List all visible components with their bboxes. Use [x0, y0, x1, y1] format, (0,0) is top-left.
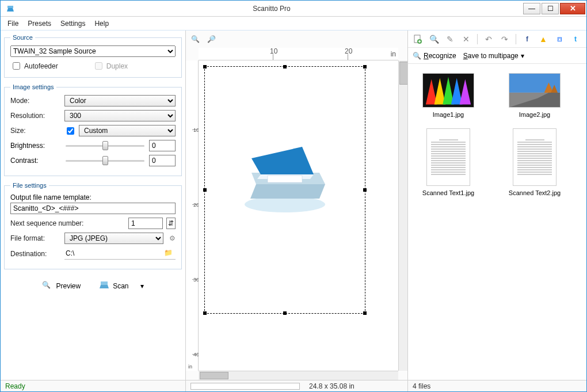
thumbnail-image [422, 73, 474, 108]
maximize-button[interactable]: ☐ [542, 3, 559, 14]
sequence-input[interactable] [128, 218, 163, 229]
source-group: Source TWAIN_32 Sample Source Autofeeder… [4, 34, 182, 78]
svg-point-4 [245, 196, 325, 212]
status-file-count: 4 files [408, 382, 586, 390]
contrast-value[interactable] [149, 155, 176, 166]
svg-marker-0 [7, 8, 14, 12]
thumbnail-image [426, 128, 470, 186]
source-select[interactable]: TWAIN_32 Sample Source [10, 45, 176, 57]
status-dimensions: 24.8 x 35.08 in [304, 382, 359, 390]
source-legend: Source [10, 34, 35, 41]
save-multipage-button[interactable]: Save to multipage ▾ [463, 52, 524, 60]
edit-page-icon[interactable]: ✎ [445, 34, 455, 44]
scanner-placeholder-image [233, 118, 337, 222]
thumbnail-image [513, 128, 556, 186]
scrollbar-vertical[interactable] [398, 60, 407, 371]
redo-icon[interactable]: ↷ [500, 34, 510, 44]
scanner-icon [99, 281, 109, 291]
thumbnail-item[interactable]: Image1.jpg [414, 73, 483, 118]
google-drive-icon[interactable]: ▲ [538, 34, 548, 44]
facebook-icon[interactable]: f [522, 34, 532, 44]
resolution-label: Resolution: [10, 112, 61, 120]
zoom-out-icon[interactable]: 🔎 [207, 35, 216, 44]
destination-label: Destination: [10, 250, 61, 258]
thumbnail-caption: Scanned Text1.jpg [422, 189, 474, 196]
mode-label: Mode: [10, 97, 61, 105]
format-select[interactable]: JPG (JPEG) [64, 233, 163, 244]
minimize-button[interactable]: — [523, 3, 540, 14]
contrast-label: Contrast: [10, 157, 61, 165]
magnifier-icon: 🔍 [42, 281, 52, 291]
zoom-in-icon[interactable]: 🔍 [190, 35, 200, 44]
dropbox-icon[interactable]: ⧈ [554, 34, 565, 44]
size-label: Size: [10, 127, 61, 135]
left-panel: Source TWAIN_32 Sample Source Autofeeder… [1, 31, 186, 380]
mode-select[interactable]: Color [64, 95, 176, 106]
format-settings-icon[interactable]: ⚙ [169, 234, 176, 242]
recognize-button[interactable]: 🔍 Recognize [413, 52, 456, 60]
thumbnail-caption: Image2.jpg [519, 111, 550, 118]
size-select[interactable]: Custom [79, 125, 176, 136]
thumbnail-grid: Image1.jpg Image2.jpg [408, 64, 586, 380]
svg-marker-2 [100, 285, 109, 288]
preview-panel: 🔍 🔎 10 20 in 10 20 30 40 in [186, 31, 408, 380]
sequence-stepper-icon[interactable]: ⇵ [166, 218, 176, 229]
file-settings-legend: File settings [10, 182, 49, 189]
brightness-value[interactable] [149, 140, 176, 151]
folder-icon[interactable]: 📁 [164, 249, 174, 258]
progress-bar [190, 383, 300, 390]
twitter-icon[interactable]: t [570, 34, 581, 44]
brightness-slider[interactable] [66, 140, 144, 151]
menu-settings[interactable]: Settings [56, 18, 90, 29]
thumbnail-item[interactable]: Scanned Text1.jpg [414, 128, 483, 196]
brightness-label: Brightness: [10, 142, 61, 150]
menubar: File Presets Settings Help [1, 17, 586, 31]
statusbar: Ready 24.8 x 35.08 in 4 files [1, 380, 586, 391]
format-label: File format: [10, 234, 61, 242]
recognize-icon: 🔍 [413, 52, 421, 60]
menu-file[interactable]: File [3, 18, 23, 29]
scan-button[interactable]: Scan ▾ [96, 279, 147, 294]
ruler-vertical: 10 20 30 40 in [186, 60, 199, 371]
zoom-page-icon[interactable]: 🔍 [429, 34, 439, 44]
contrast-slider[interactable] [66, 155, 144, 166]
thumbnail-image [509, 73, 561, 108]
autofeeder-checkbox[interactable]: Autofeeder [10, 60, 58, 71]
scan-dropdown-icon[interactable]: ▾ [140, 282, 144, 290]
add-page-icon[interactable] [413, 34, 423, 44]
thumbnail-caption: Scanned Text2.jpg [509, 189, 561, 196]
undo-icon[interactable]: ↶ [483, 34, 494, 44]
size-enable-checkbox[interactable] [67, 127, 74, 135]
chevron-down-icon: ▾ [521, 52, 524, 60]
preview-canvas[interactable] [199, 60, 398, 371]
sequence-label: Next sequence number: [10, 219, 125, 227]
svg-rect-5 [268, 176, 302, 182]
menu-presets[interactable]: Presets [23, 18, 56, 29]
preview-button[interactable]: 🔍 Preview [39, 279, 84, 294]
resolution-select[interactable]: 300 [64, 110, 176, 121]
template-label: Output file name template: [10, 193, 176, 201]
thumbnail-item[interactable]: Image2.jpg [500, 73, 569, 118]
file-settings-group: File settings Output file name template:… [4, 182, 182, 269]
duplex-checkbox: Duplex [93, 60, 128, 71]
right-panel: 🔍 ✎ ✕ ↶ ↷ f ▲ ⧈ t 🔍 Recognize Save to mu… [408, 31, 586, 380]
status-ready: Ready [1, 380, 186, 391]
image-settings-group: Image settings Mode: Color Resolution: 3… [4, 83, 182, 176]
menu-help[interactable]: Help [90, 18, 113, 29]
titlebar: Scanitto Pro — ☐ ✕ [1, 1, 586, 17]
thumbnail-caption: Image1.jpg [433, 111, 464, 118]
destination-value: C:\ [66, 249, 162, 257]
svg-rect-1 [7, 6, 13, 8]
scrollbar-horizontal[interactable] [199, 371, 398, 380]
window-title: Scanitto Pro [20, 5, 523, 13]
image-settings-legend: Image settings [10, 83, 56, 90]
template-input[interactable] [10, 203, 176, 214]
app-icon [5, 5, 16, 13]
delete-icon[interactable]: ✕ [461, 34, 471, 44]
svg-rect-3 [101, 281, 108, 285]
close-button[interactable]: ✕ [560, 3, 585, 14]
thumbnail-item[interactable]: Scanned Text2.jpg [500, 128, 569, 196]
ruler-horizontal: 10 20 in [199, 48, 398, 60]
